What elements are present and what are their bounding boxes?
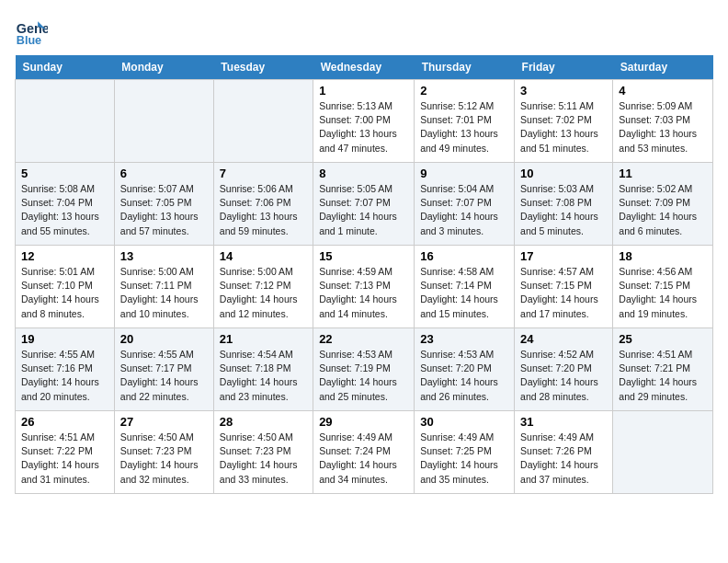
calendar-table: SundayMondayTuesdayWednesdayThursdayFrid… (15, 55, 713, 494)
calendar-day-cell: 30Sunrise: 4:49 AMSunset: 7:25 PMDayligh… (415, 411, 515, 494)
calendar-day-cell: 5Sunrise: 5:08 AMSunset: 7:04 PMDaylight… (16, 163, 115, 246)
day-info: Sunrise: 5:06 AMSunset: 7:06 PMDaylight:… (220, 182, 307, 238)
day-info: Sunrise: 5:05 AMSunset: 7:07 PMDaylight:… (319, 182, 408, 238)
day-number: 10 (520, 167, 607, 180)
calendar-header-row: SundayMondayTuesdayWednesdayThursdayFrid… (16, 55, 713, 80)
day-number: 27 (120, 415, 208, 429)
calendar-day-cell (613, 411, 713, 494)
calendar-day-cell: 12Sunrise: 5:01 AMSunset: 7:10 PMDayligh… (16, 246, 115, 328)
calendar-day-cell: 8Sunrise: 5:05 AMSunset: 7:07 PMDaylight… (313, 163, 415, 246)
calendar-day-cell: 20Sunrise: 4:55 AMSunset: 7:17 PMDayligh… (114, 328, 213, 411)
day-number: 22 (319, 332, 408, 346)
calendar-day-cell (213, 80, 313, 163)
calendar-day-cell: 18Sunrise: 4:56 AMSunset: 7:15 PMDayligh… (613, 246, 713, 328)
calendar-day-cell: 6Sunrise: 5:07 AMSunset: 7:05 PMDaylight… (114, 163, 213, 246)
day-info: Sunrise: 5:00 AMSunset: 7:11 PMDaylight:… (120, 265, 208, 321)
calendar-week-row: 5Sunrise: 5:08 AMSunset: 7:04 PMDaylight… (16, 163, 713, 246)
page-header: General Blue (15, 15, 713, 48)
day-info: Sunrise: 4:51 AMSunset: 7:21 PMDaylight:… (619, 348, 707, 404)
calendar-day-cell: 16Sunrise: 4:58 AMSunset: 7:14 PMDayligh… (415, 246, 515, 328)
day-number: 20 (120, 332, 208, 346)
day-number: 21 (220, 332, 307, 346)
calendar-day-cell: 4Sunrise: 5:09 AMSunset: 7:03 PMDaylight… (613, 80, 713, 163)
day-info: Sunrise: 5:07 AMSunset: 7:05 PMDaylight:… (120, 182, 208, 238)
day-info: Sunrise: 5:12 AMSunset: 7:01 PMDaylight:… (420, 99, 508, 155)
day-info: Sunrise: 4:53 AMSunset: 7:19 PMDaylight:… (319, 348, 408, 404)
day-number: 3 (520, 84, 607, 98)
calendar-day-cell: 19Sunrise: 4:55 AMSunset: 7:16 PMDayligh… (16, 328, 115, 411)
calendar-day-cell (114, 80, 213, 163)
day-info: Sunrise: 4:58 AMSunset: 7:14 PMDaylight:… (420, 265, 508, 321)
day-info: Sunrise: 5:03 AMSunset: 7:08 PMDaylight:… (520, 182, 607, 238)
calendar-day-cell: 27Sunrise: 4:50 AMSunset: 7:23 PMDayligh… (114, 411, 213, 494)
calendar-week-row: 26Sunrise: 4:51 AMSunset: 7:22 PMDayligh… (16, 411, 713, 494)
day-of-week-header: Tuesday (213, 55, 313, 80)
day-info: Sunrise: 4:49 AMSunset: 7:26 PMDaylight:… (520, 431, 607, 487)
day-number: 26 (21, 415, 108, 429)
day-of-week-header: Saturday (613, 55, 713, 80)
day-info: Sunrise: 4:56 AMSunset: 7:15 PMDaylight:… (619, 265, 707, 321)
day-info: Sunrise: 5:09 AMSunset: 7:03 PMDaylight:… (619, 99, 707, 155)
day-number: 13 (120, 249, 208, 263)
day-number: 11 (619, 167, 707, 180)
calendar-day-cell: 14Sunrise: 5:00 AMSunset: 7:12 PMDayligh… (213, 246, 313, 328)
day-of-week-header: Thursday (415, 55, 515, 80)
day-of-week-header: Wednesday (313, 55, 415, 80)
day-of-week-header: Monday (114, 55, 213, 80)
day-info: Sunrise: 5:04 AMSunset: 7:07 PMDaylight:… (420, 182, 508, 238)
day-info: Sunrise: 5:11 AMSunset: 7:02 PMDaylight:… (520, 99, 607, 155)
calendar-day-cell: 23Sunrise: 4:53 AMSunset: 7:20 PMDayligh… (415, 328, 515, 411)
day-info: Sunrise: 4:52 AMSunset: 7:20 PMDaylight:… (520, 348, 607, 404)
day-info: Sunrise: 4:53 AMSunset: 7:20 PMDaylight:… (420, 348, 508, 404)
calendar-day-cell: 9Sunrise: 5:04 AMSunset: 7:07 PMDaylight… (415, 163, 515, 246)
calendar-day-cell: 29Sunrise: 4:49 AMSunset: 7:24 PMDayligh… (313, 411, 415, 494)
day-number: 19 (21, 332, 108, 346)
day-number: 25 (619, 332, 707, 346)
day-info: Sunrise: 4:55 AMSunset: 7:16 PMDaylight:… (21, 348, 108, 404)
day-info: Sunrise: 4:49 AMSunset: 7:25 PMDaylight:… (420, 431, 508, 487)
day-number: 29 (319, 415, 408, 429)
calendar-day-cell: 1Sunrise: 5:13 AMSunset: 7:00 PMDaylight… (313, 80, 415, 163)
logo: General Blue (15, 15, 51, 48)
day-info: Sunrise: 4:50 AMSunset: 7:23 PMDaylight:… (220, 431, 307, 487)
day-number: 1 (319, 84, 408, 98)
day-info: Sunrise: 5:02 AMSunset: 7:09 PMDaylight:… (619, 182, 707, 238)
day-number: 18 (619, 249, 707, 263)
calendar-day-cell: 22Sunrise: 4:53 AMSunset: 7:19 PMDayligh… (313, 328, 415, 411)
calendar-day-cell: 31Sunrise: 4:49 AMSunset: 7:26 PMDayligh… (515, 411, 613, 494)
day-number: 30 (420, 415, 508, 429)
calendar-week-row: 19Sunrise: 4:55 AMSunset: 7:16 PMDayligh… (16, 328, 713, 411)
day-number: 15 (319, 249, 408, 263)
day-number: 2 (420, 84, 508, 98)
day-number: 12 (21, 249, 108, 263)
day-info: Sunrise: 5:00 AMSunset: 7:12 PMDaylight:… (220, 265, 307, 321)
svg-text:Blue: Blue (17, 34, 41, 47)
day-number: 23 (420, 332, 508, 346)
calendar-week-row: 1Sunrise: 5:13 AMSunset: 7:00 PMDaylight… (16, 80, 713, 163)
day-of-week-header: Sunday (16, 55, 115, 80)
calendar-day-cell: 25Sunrise: 4:51 AMSunset: 7:21 PMDayligh… (613, 328, 713, 411)
calendar-day-cell: 17Sunrise: 4:57 AMSunset: 7:15 PMDayligh… (515, 246, 613, 328)
calendar-day-cell: 15Sunrise: 4:59 AMSunset: 7:13 PMDayligh… (313, 246, 415, 328)
day-info: Sunrise: 5:01 AMSunset: 7:10 PMDaylight:… (21, 265, 108, 321)
day-number: 14 (220, 249, 307, 263)
day-of-week-header: Friday (515, 55, 613, 80)
calendar-week-row: 12Sunrise: 5:01 AMSunset: 7:10 PMDayligh… (16, 246, 713, 328)
calendar-day-cell: 10Sunrise: 5:03 AMSunset: 7:08 PMDayligh… (515, 163, 613, 246)
calendar-day-cell (16, 80, 115, 163)
day-info: Sunrise: 5:08 AMSunset: 7:04 PMDaylight:… (21, 182, 108, 238)
day-info: Sunrise: 4:51 AMSunset: 7:22 PMDaylight:… (21, 431, 108, 487)
day-number: 28 (220, 415, 307, 429)
day-info: Sunrise: 4:55 AMSunset: 7:17 PMDaylight:… (120, 348, 208, 404)
calendar-day-cell: 2Sunrise: 5:12 AMSunset: 7:01 PMDaylight… (415, 80, 515, 163)
day-number: 6 (120, 167, 208, 180)
day-number: 16 (420, 249, 508, 263)
calendar-day-cell: 26Sunrise: 4:51 AMSunset: 7:22 PMDayligh… (16, 411, 115, 494)
day-info: Sunrise: 4:54 AMSunset: 7:18 PMDaylight:… (220, 348, 307, 404)
calendar-day-cell: 24Sunrise: 4:52 AMSunset: 7:20 PMDayligh… (515, 328, 613, 411)
day-info: Sunrise: 4:50 AMSunset: 7:23 PMDaylight:… (120, 431, 208, 487)
day-info: Sunrise: 4:57 AMSunset: 7:15 PMDaylight:… (520, 265, 607, 321)
day-number: 7 (220, 167, 307, 180)
calendar-day-cell: 3Sunrise: 5:11 AMSunset: 7:02 PMDaylight… (515, 80, 613, 163)
day-number: 17 (520, 249, 607, 263)
